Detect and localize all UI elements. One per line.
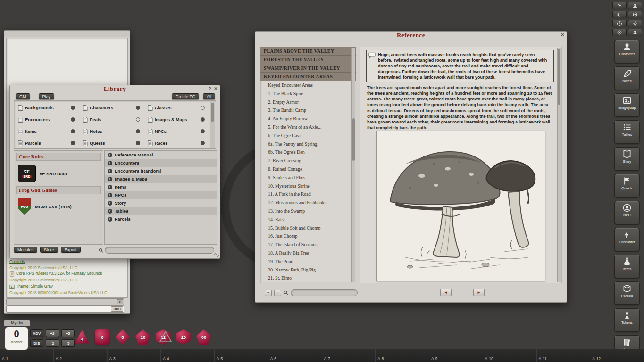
hotkey-slot[interactable]: A-2 <box>54 349 108 362</box>
hotkey-slot[interactable]: A-5 <box>215 349 268 362</box>
sidebar-imagemap-button[interactable]: Image|Map <box>614 93 640 117</box>
library-tab-gm[interactable]: GM <box>16 93 30 99</box>
category-quests[interactable]: Quests <box>80 137 144 149</box>
category-backgrounds[interactable]: Backgrounds <box>15 102 80 114</box>
scrollbar-thumb[interactable] <box>211 103 214 122</box>
sidebar-character-button[interactable]: Character <box>614 40 640 63</box>
options-gear-button[interactable] <box>628 20 642 27</box>
resize-grip[interactable] <box>214 253 219 257</box>
category-radio-dot[interactable] <box>71 141 75 145</box>
export-button[interactable]: Export <box>61 247 81 253</box>
reference-entry-link[interactable]: 20. Narrow Path, Big Pig <box>260 266 356 274</box>
lighting-button[interactable] <box>612 11 627 18</box>
category-radio-dot[interactable] <box>71 106 75 110</box>
reference-entry-link[interactable]: 18. A Really Big Tree <box>260 249 356 257</box>
reference-entry-link[interactable]: 9. Spiders and Flies <box>260 173 356 182</box>
modifier-bottom-button[interactable]: -2 <box>46 339 59 347</box>
category-characters[interactable]: Characters <box>80 102 144 114</box>
next-page-button[interactable]: ► <box>473 289 485 296</box>
content-scrollbar[interactable] <box>557 48 561 282</box>
scrollbar-thumb[interactable] <box>352 118 355 161</box>
chat-window-titlebar[interactable] <box>4 31 130 37</box>
identity-tab[interactable]: Myrdin <box>4 320 30 326</box>
category-radio-dot[interactable] <box>201 129 205 133</box>
zoom-out-button[interactable]: − <box>274 290 281 296</box>
library-tab-play[interactable]: Play <box>39 93 55 99</box>
modifier-box[interactable]: 0 Modifier <box>5 327 28 350</box>
modules-button[interactable]: Modules <box>14 247 37 253</box>
reference-entry-link[interactable]: 1. The Black Spire <box>260 90 356 98</box>
sidebar-tables-button[interactable]: Tables <box>614 120 640 144</box>
pointer-tool-button[interactable] <box>612 2 627 9</box>
d4-die[interactable]: 4 <box>74 329 91 346</box>
category-images-maps[interactable]: Images & Maps <box>145 114 209 125</box>
hotkey-slot[interactable]: A-6 <box>268 349 322 362</box>
reference-entry-link[interactable]: 3. The Bandit Camp <box>260 106 356 115</box>
category-parcels[interactable]: Parcels <box>15 137 80 149</box>
category-classes[interactable]: Classes <box>145 102 209 114</box>
reference-window-title[interactable]: Reference <box>255 32 567 39</box>
close-icon[interactable]: ✕ <box>214 86 217 91</box>
previous-page-button[interactable]: ◄ <box>440 289 452 296</box>
library-window-title[interactable]: Library <box>10 85 220 93</box>
category-races[interactable]: Races <box>145 137 209 149</box>
reference-entry-link[interactable]: 19. The Pond <box>260 257 356 266</box>
hotkey-slot[interactable]: A-11 <box>537 349 591 362</box>
module-5e-srd[interactable]: 5E SRD 5E SRD Data <box>14 163 103 184</box>
sidebar-npc-button[interactable]: NPC <box>614 201 640 224</box>
d20-die[interactable]: 20 <box>175 329 192 346</box>
module-content-row[interactable]: i Encounters <box>105 159 217 167</box>
hotkey-slot[interactable]: A-3 <box>108 349 161 362</box>
close-icon[interactable]: ✕ <box>560 33 564 37</box>
scrollbar-thumb[interactable] <box>558 49 560 105</box>
token-bag-button[interactable] <box>628 11 642 18</box>
reference-search-input[interactable] <box>291 293 358 298</box>
reference-entry-link[interactable]: 6. The Ogre Cave <box>260 132 356 140</box>
hotkey-slot[interactable]: A-10 <box>483 349 537 362</box>
sidebar-encounter-button[interactable]: Encounter <box>614 228 640 251</box>
store-button[interactable]: Store <box>40 247 58 253</box>
reference-entry-link[interactable]: 13. Into the Swamp <box>260 207 356 215</box>
sidebar-notes-button[interactable]: Notes <box>614 66 640 90</box>
reference-entry-link[interactable]: 12. Mushrooms and Fishhooks <box>260 198 356 207</box>
module-content-row[interactable]: i NPCs <box>105 191 217 199</box>
reference-entry-link[interactable]: 7. River Crossing <box>260 156 356 165</box>
module-content-row[interactable]: i Parcels <box>105 215 217 223</box>
reference-entry-link[interactable]: 6a. The Pantry and Spring <box>260 140 356 148</box>
d8-die[interactable]: 8 <box>114 329 131 346</box>
d10-die[interactable]: 10 <box>134 329 151 346</box>
reference-entry-link[interactable]: Keyed Encounter Areas <box>260 81 356 90</box>
read-aloud-box[interactable]: Huge, ancient trees with massive trunks … <box>366 50 554 82</box>
sidebar-items-button[interactable]: Items <box>614 255 640 278</box>
reference-entry-link[interactable]: 8. Ruined Cottage <box>260 165 356 173</box>
category-radio-dot[interactable] <box>71 117 75 122</box>
zoom-in-button[interactable]: + <box>265 290 272 296</box>
category-feats[interactable]: Feats <box>80 114 144 125</box>
category-radio-dot[interactable] <box>201 141 205 145</box>
sidebar-story-button[interactable]: Story <box>614 147 640 171</box>
reference-entry-link[interactable]: 17. The Island of Screams <box>260 240 356 249</box>
category-radio-dot[interactable] <box>201 117 205 122</box>
modifier-top-button[interactable]: ADV <box>30 329 43 337</box>
create-pc-button[interactable]: Create PC <box>172 93 199 99</box>
add-character-button[interactable] <box>628 2 642 9</box>
hotkey-slot[interactable]: A-9 <box>429 349 483 362</box>
reference-entry-link[interactable]: 11. A Fork in the Road <box>260 190 356 198</box>
custom-die[interactable] <box>159 330 173 344</box>
targeting-button[interactable] <box>612 29 627 36</box>
hotkey-slot[interactable]: A-1 <box>0 349 54 362</box>
module-content-row[interactable]: i Tables <box>105 207 217 215</box>
module-content-row[interactable]: i Reference Manual <box>105 151 217 159</box>
reference-entry-link[interactable]: 6b. The Ogre's Den <box>260 148 356 156</box>
reference-entry-link[interactable]: 5. For the Want of an Axle... <box>260 123 356 132</box>
clock-button[interactable] <box>612 20 627 27</box>
chat-input[interactable] <box>8 306 104 312</box>
d100-die[interactable]: 00 <box>195 329 212 346</box>
hotkey-slot[interactable]: A-7 <box>322 349 376 362</box>
chevron-down-icon[interactable]: ▾ <box>117 299 123 304</box>
modifier-top-button[interactable]: +2 <box>46 329 59 337</box>
reference-entry-link[interactable]: 15. Bubble Spit and Chomp <box>260 224 356 232</box>
reference-entry-link[interactable]: 21. St. Elmo <box>260 274 356 282</box>
modifier-top-button[interactable]: +5 <box>61 329 75 337</box>
category-items[interactable]: Items <box>15 125 80 137</box>
